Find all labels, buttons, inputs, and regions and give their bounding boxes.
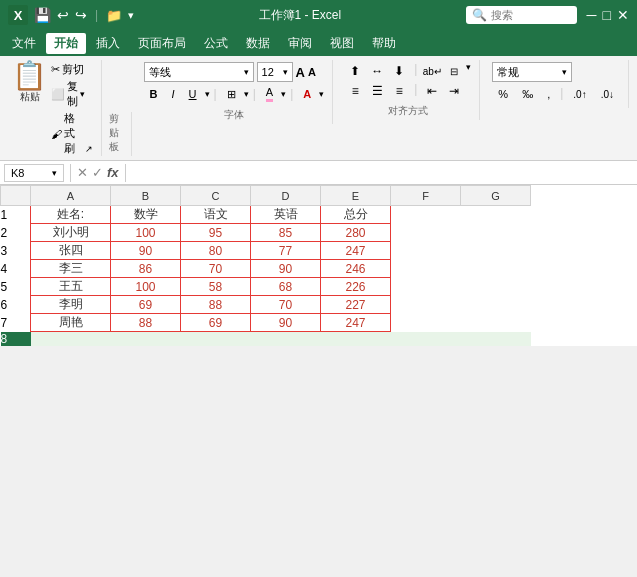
table-cell[interactable]: 100 [111, 224, 181, 242]
search-box[interactable]: 🔍 [466, 6, 577, 24]
col-header-f[interactable]: F [391, 186, 461, 206]
table-cell[interactable]: 100 [111, 278, 181, 296]
table-cell[interactable]: 226 [321, 278, 391, 296]
table-cell[interactable]: 90 [251, 314, 321, 332]
col-header-a[interactable]: A [31, 186, 111, 206]
search-input[interactable] [491, 9, 571, 21]
file-icon[interactable]: 📁 [106, 8, 122, 23]
number-format-selector[interactable]: 常规 ▾ [492, 62, 572, 82]
table-cell[interactable]: 69 [111, 296, 181, 314]
decrease-font-button[interactable]: A [308, 66, 316, 78]
table-cell[interactable]: 247 [321, 242, 391, 260]
cell-reference-box[interactable]: K8 ▾ [4, 164, 64, 182]
table-cell[interactable]: 王五 [31, 278, 111, 296]
table-cell[interactable]: 英语 [251, 206, 321, 224]
table-cell[interactable]: 246 [321, 260, 391, 278]
italic-button[interactable]: I [166, 86, 181, 102]
menu-review[interactable]: 审阅 [280, 33, 320, 54]
table-cell[interactable] [391, 332, 461, 346]
col-header-b[interactable]: B [111, 186, 181, 206]
menu-file[interactable]: 文件 [4, 33, 44, 54]
clipboard-expand-icon[interactable]: ↗ [85, 144, 93, 154]
table-cell[interactable] [251, 332, 321, 346]
table-cell[interactable]: 70 [181, 260, 251, 278]
table-cell[interactable]: 姓名: [31, 206, 111, 224]
redo-icon[interactable]: ↪ [75, 7, 87, 23]
row-number[interactable]: 1 [1, 206, 31, 224]
table-cell[interactable] [31, 332, 111, 346]
increase-font-button[interactable]: A [296, 65, 305, 80]
close-icon[interactable]: ✕ [617, 7, 629, 23]
table-cell[interactable]: 69 [181, 314, 251, 332]
function-icon[interactable]: fx [107, 165, 119, 180]
menu-view[interactable]: 视图 [322, 33, 362, 54]
undo-icon[interactable]: ↩ [57, 7, 69, 23]
percent-button[interactable]: ‰ [516, 86, 539, 102]
fill-color-button[interactable]: A [260, 84, 279, 104]
align-top-button[interactable]: ⬆ [345, 62, 365, 80]
increase-indent-button[interactable]: ⇥ [444, 82, 464, 100]
formula-confirm-icon[interactable]: ✓ [92, 165, 103, 180]
decrease-indent-button[interactable]: ⇤ [422, 82, 442, 100]
table-cell[interactable]: 280 [321, 224, 391, 242]
formula-cancel-icon[interactable]: ✕ [77, 165, 88, 180]
row-number[interactable]: 3 [1, 242, 31, 260]
table-cell[interactable]: 语文 [181, 206, 251, 224]
row-number[interactable]: 8 [1, 332, 31, 346]
table-cell[interactable]: 数学 [111, 206, 181, 224]
table-cell[interactable] [461, 278, 531, 296]
underline-dropdown[interactable]: ▾ [205, 89, 210, 99]
table-cell[interactable]: 68 [251, 278, 321, 296]
table-cell[interactable] [461, 332, 531, 346]
table-cell[interactable]: 77 [251, 242, 321, 260]
col-header-e[interactable]: E [321, 186, 391, 206]
table-cell[interactable]: 张四 [31, 242, 111, 260]
increase-decimal-button[interactable]: .0↑ [567, 86, 592, 102]
table-cell[interactable] [181, 332, 251, 346]
menu-data[interactable]: 数据 [238, 33, 278, 54]
table-cell[interactable]: 90 [251, 260, 321, 278]
row-number[interactable]: 2 [1, 224, 31, 242]
border-button[interactable]: ⊞ [221, 86, 242, 103]
row-number[interactable]: 4 [1, 260, 31, 278]
table-cell[interactable] [461, 314, 531, 332]
cell-ref-dropdown[interactable]: ▾ [52, 168, 57, 178]
table-cell[interactable] [391, 278, 461, 296]
table-cell[interactable] [461, 242, 531, 260]
wrap-text-button[interactable]: ab↵ [422, 62, 442, 80]
row-number[interactable]: 6 [1, 296, 31, 314]
minimize-icon[interactable]: ─ [587, 7, 597, 23]
table-cell[interactable] [391, 314, 461, 332]
save-icon[interactable]: 💾 [34, 7, 51, 23]
table-cell[interactable] [461, 296, 531, 314]
decrease-decimal-button[interactable]: .0↓ [595, 86, 620, 102]
align-center-button[interactable]: ☰ [367, 82, 387, 100]
table-cell[interactable]: 58 [181, 278, 251, 296]
table-cell[interactable]: 90 [111, 242, 181, 260]
menu-page-layout[interactable]: 页面布局 [130, 33, 194, 54]
menu-home[interactable]: 开始 [46, 33, 86, 54]
align-bottom-button[interactable]: ⬇ [389, 62, 409, 80]
row-number[interactable]: 5 [1, 278, 31, 296]
table-cell[interactable]: 95 [181, 224, 251, 242]
table-cell[interactable] [391, 206, 461, 224]
table-cell[interactable] [461, 224, 531, 242]
menu-help[interactable]: 帮助 [364, 33, 404, 54]
col-header-c[interactable]: C [181, 186, 251, 206]
table-cell[interactable] [111, 332, 181, 346]
align-right-button[interactable]: ≡ [389, 82, 409, 100]
menu-insert[interactable]: 插入 [88, 33, 128, 54]
copy-dropdown-icon[interactable]: ▾ [80, 89, 85, 99]
font-color-dropdown[interactable]: ▾ [319, 89, 324, 99]
more-icon[interactable]: ▾ [128, 9, 134, 22]
table-cell[interactable] [391, 224, 461, 242]
table-cell[interactable] [321, 332, 391, 346]
row-number[interactable]: 7 [1, 314, 31, 332]
currency-button[interactable]: % [492, 86, 514, 102]
table-cell[interactable]: 总分 [321, 206, 391, 224]
table-cell[interactable] [461, 260, 531, 278]
table-cell[interactable]: 刘小明 [31, 224, 111, 242]
format-painter-button[interactable]: 🖌格式刷 [51, 111, 85, 156]
table-cell[interactable] [391, 242, 461, 260]
table-cell[interactable] [391, 260, 461, 278]
